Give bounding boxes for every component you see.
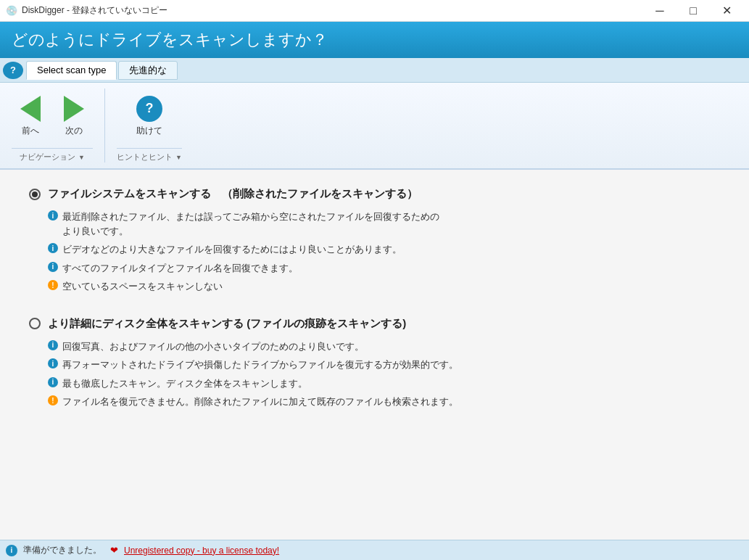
next-button[interactable]: 次の xyxy=(55,93,93,140)
scan-option-1-details: i 最近削除されたファイル、または誤ってごみ箱から空にされたファイルを回復するた… xyxy=(29,210,720,294)
tab-select-scan-type[interactable]: Select scan type xyxy=(26,61,117,80)
detail-item: i ビデオなどのより大きなファイルを回復するためにはより良いことがあります。 xyxy=(48,242,720,257)
detail-item: i 最近削除されたファイル、または誤ってごみ箱から空にされたファイルを回復するた… xyxy=(48,210,720,238)
detail-item: ! ファイル名を復元できません。削除されたファイルに加えて既存のファイルも検索さ… xyxy=(48,395,720,409)
info-icon-1: i xyxy=(48,210,58,221)
info-icon-4: i xyxy=(48,340,58,350)
title-bar-controls: ─ □ ✕ xyxy=(643,0,743,22)
radio-option-1[interactable] xyxy=(29,189,41,200)
app-header: どのようにドライブをスキャンしますか？ xyxy=(0,22,749,58)
tab-bar: ? Select scan type 先進的な xyxy=(0,58,749,83)
hint-buttons: ? 助けて xyxy=(131,88,168,144)
detail-item: i すべてのファイルタイプとファイル名を回復できます。 xyxy=(48,261,720,276)
detail-text-4: 空いているスペースをスキャンしない xyxy=(62,279,223,294)
title-bar-left: 💿 DiskDigger - 登録されていないコピー xyxy=(6,4,167,17)
tab-advanced[interactable]: 先進的な xyxy=(118,61,178,80)
hints-group: ? 助けて ヒントとヒント ▼ xyxy=(105,88,194,162)
close-button[interactable]: ✕ xyxy=(710,0,743,22)
nav-group-arrow: ▼ xyxy=(78,154,85,161)
app-icon: 💿 xyxy=(6,5,17,17)
info-icon-3: i xyxy=(48,262,58,272)
status-icon: i xyxy=(6,545,17,556)
detail-text-8: ファイル名を復元できません。削除されたファイルに加えて既存のファイルも検索されま… xyxy=(62,395,458,409)
info-icon-5: i xyxy=(48,358,58,368)
detail-item: i 最も徹底したスキャン。ディスク全体をスキャンします。 xyxy=(48,376,720,391)
navigation-group: 前へ 次の ナビゲーション ▼ xyxy=(0,88,105,162)
toolbar: 前へ 次の ナビゲーション ▼ ? 助けて ヒントとヒント ▼ xyxy=(0,83,749,170)
app-header-title: どのようにドライブをスキャンしますか？ xyxy=(12,29,328,51)
prev-label: 前へ xyxy=(22,125,39,137)
scan-option-2-title: より詳細にディスク全体をスキャンする (ファイルの痕跡をスキャンする) xyxy=(48,317,406,331)
radio-option-2[interactable] xyxy=(29,318,41,329)
info-icon-2: i xyxy=(48,243,58,253)
scan-option-1: ファイルシステムをスキャンする （削除されたファイルをスキャンする） i 最近削… xyxy=(29,187,720,294)
scan-option-2: より詳細にディスク全体をスキャンする (ファイルの痕跡をスキャンする) i 回復… xyxy=(29,317,720,409)
detail-text-3: すべてのファイルタイプとファイル名を回復できます。 xyxy=(62,261,298,276)
detail-text-5: 回復写真、およびファイルの他の小さいタイプのためのより良いです。 xyxy=(62,339,364,354)
info-icon-6: i xyxy=(48,377,58,387)
detail-text-6: 再フォーマットされたドライブや損傷したドライブからファイルを復元する方が効果的で… xyxy=(62,358,458,372)
detail-item: ! 空いているスペースをスキャンしない xyxy=(48,279,720,294)
scan-option-1-title: ファイルシステムをスキャンする （削除されたファイルをスキャンする） xyxy=(48,187,418,201)
detail-item: i 回復写真、およびファイルの他の小さいタイプのためのより良いです。 xyxy=(48,339,720,354)
maximize-button[interactable]: □ xyxy=(676,0,710,22)
prev-button[interactable]: 前へ xyxy=(12,93,49,140)
hints-group-label: ヒントとヒント ▼ xyxy=(117,148,182,162)
scan-option-2-details: i 回復写真、およびファイルの他の小さいタイプのためのより良いです。 i 再フォ… xyxy=(29,339,720,409)
detail-text-2: ビデオなどのより大きなファイルを回復するためにはより良いことがあります。 xyxy=(62,242,402,257)
help-circle-icon: ? xyxy=(136,96,162,122)
warn-icon-2: ! xyxy=(48,395,58,405)
prev-arrow-icon xyxy=(17,96,44,122)
scan-option-2-header: より詳細にディスク全体をスキャンする (ファイルの痕跡をスキャンする) xyxy=(29,317,720,331)
detail-text-1: 最近削除されたファイル、または誤ってごみ箱から空にされたファイルを回復するための… xyxy=(62,210,439,238)
main-content: ファイルシステムをスキャンする （削除されたファイルをスキャンする） i 最近削… xyxy=(0,170,749,450)
title-bar: 💿 DiskDigger - 登録されていないコピー ─ □ ✕ xyxy=(0,0,749,22)
minimize-button[interactable]: ─ xyxy=(643,0,676,22)
nav-buttons: 前へ 次の xyxy=(12,88,93,144)
help-tab-icon[interactable]: ? xyxy=(3,62,23,79)
content-area: ファイルシステムをスキャンする （削除されたファイルをスキャンする） i 最近削… xyxy=(0,170,749,540)
detail-item: i 再フォーマットされたドライブや損傷したドライブからファイルを復元する方が効果… xyxy=(48,358,720,372)
help-label: 助けて xyxy=(136,125,162,137)
scan-option-1-header: ファイルシステムをスキャンする （削除されたファイルをスキャンする） xyxy=(29,187,720,201)
arrow-right-shape xyxy=(64,96,84,122)
status-link[interactable]: Unregistered copy - buy a license today! xyxy=(124,545,279,556)
status-bar: i 準備ができました。 ❤ Unregistered copy - buy a … xyxy=(0,540,749,560)
warn-icon-1: ! xyxy=(48,280,58,290)
status-ready-text: 準備ができました。 xyxy=(23,544,102,556)
next-label: 次の xyxy=(65,125,83,137)
hints-group-arrow: ▼ xyxy=(175,154,182,161)
detail-text-7: 最も徹底したスキャン。ディスク全体をスキャンします。 xyxy=(62,376,307,391)
arrow-left-shape xyxy=(20,96,41,122)
next-arrow-icon xyxy=(61,96,87,122)
title-bar-text: DiskDigger - 登録されていないコピー xyxy=(22,4,167,17)
help-button[interactable]: ? 助けて xyxy=(131,93,168,140)
nav-group-label: ナビゲーション ▼ xyxy=(12,148,93,162)
